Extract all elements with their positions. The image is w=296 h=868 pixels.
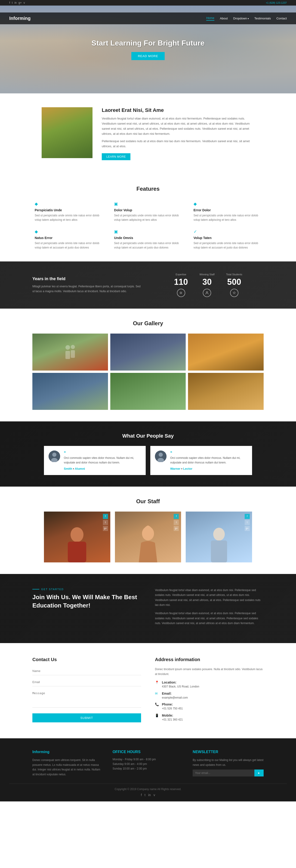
nav-testimonials[interactable]: Testimonials	[255, 17, 271, 20]
nav-home[interactable]: Home	[206, 16, 214, 21]
stats-description: Mitagit pulvinar leo ut viverra feugiat.…	[32, 284, 143, 293]
hero-cta-button[interactable]: READ MORE	[131, 52, 165, 60]
newsletter-submit-button[interactable]: ►	[255, 770, 264, 776]
staff-3-twitter[interactable]: t	[245, 520, 250, 525]
contact-mobile-text: +01 321 360 421	[162, 717, 183, 722]
navbar: Informing Home About Dropdown Testimonia…	[0, 12, 296, 24]
about-heading: Laoreet Erat Nisi, Sit Ame	[102, 107, 255, 113]
location-label: Location:	[162, 681, 176, 684]
stat-icon-2	[203, 289, 211, 297]
contact-message-input[interactable]	[32, 689, 141, 708]
contact-email-input[interactable]	[32, 678, 141, 686]
twitter-icon[interactable]: t	[12, 1, 12, 4]
footer-social[interactable]: f t in v	[9, 793, 287, 797]
gallery-item-6[interactable]	[188, 373, 264, 410]
staff-3-facebook[interactable]: f	[245, 514, 250, 519]
testimonials-section: What Our People Say ❝ Orci commodo sapie…	[0, 422, 296, 486]
about-image-inner	[41, 107, 92, 158]
email-icon: ✉	[155, 692, 159, 695]
footer-bottom: Copyright © 2019 Company name All Rights…	[9, 784, 287, 797]
footer-col-about: Informing Donec consequat sem ultrices t…	[32, 750, 103, 777]
feature-title-4: Natus Error	[35, 236, 102, 240]
newsletter-input-row: ►	[193, 770, 264, 776]
testimonials-grid: ❝ Orci commodo sapien vites dolor rhoncu…	[44, 446, 252, 475]
vimeo-icon[interactable]: v	[24, 1, 25, 4]
feature-title-3: Error Dolor	[194, 208, 261, 212]
stat-item-2: Winning Staff 30	[200, 273, 215, 297]
location-icon: 📍	[155, 681, 159, 684]
nav-dropdown[interactable]: Dropdown	[233, 17, 249, 20]
gallery-item-2[interactable]	[110, 334, 186, 371]
feature-item-5: ▣ Unde Omnis Sed ut perspiciatis unde om…	[112, 229, 184, 250]
stats-heading: Years in the field	[32, 276, 143, 281]
footer-hours-heading: OFFICE HOURS	[113, 750, 184, 754]
about-paragraph-2: Pellentesque sed sodales nuts at ut etos…	[102, 139, 255, 149]
cta-section: GET STARTED Join With Us. We Will Make T…	[0, 574, 296, 643]
staff-1-facebook[interactable]: f	[103, 514, 108, 519]
cta-label: GET STARTED	[32, 588, 141, 591]
stat-icon-1: ⚙	[177, 289, 185, 297]
testimonial-content-2: ❝ Orci commodo sapien vites dolor rhoncu…	[170, 451, 247, 470]
stats-inner: Years in the field Mitagit pulvinar leo …	[32, 273, 264, 297]
contact-section: Contact Us SUBMIT Address information Do…	[0, 643, 296, 739]
footer-twitter-icon[interactable]: t	[145, 793, 145, 797]
staff-section: Our Staff f t g+	[0, 487, 296, 574]
contact-name-input[interactable]	[32, 667, 141, 675]
footer-col-newsletter: NEWSLETTER By subscribing to our Mailing…	[193, 750, 264, 777]
facebook-icon[interactable]: f	[9, 1, 10, 4]
staff-2-gplus[interactable]: g+	[174, 526, 179, 531]
feature-item-3: ◆ Error Dolor Sed ut perspiciatis unde o…	[191, 202, 264, 222]
testimonial-name-1: Smith • Alumni	[64, 467, 85, 470]
nav-about[interactable]: About	[220, 17, 228, 20]
staff-2-facebook[interactable]: f	[174, 514, 179, 519]
contact-submit-button[interactable]: SUBMIT	[32, 713, 141, 722]
gallery-item-5[interactable]	[110, 373, 186, 410]
svg-point-9	[159, 453, 163, 457]
linkedin-icon[interactable]: in	[14, 1, 17, 4]
googleplus-icon[interactable]: g+	[19, 1, 22, 4]
staff-1-twitter[interactable]: t	[103, 520, 108, 525]
nav-contact[interactable]: Contact	[276, 17, 287, 20]
feature-title-6: Volup Taten	[194, 236, 261, 240]
gallery-item-4[interactable]	[32, 373, 108, 410]
gallery-item-3[interactable]	[188, 334, 264, 371]
feature-text-5: Sed ut perspiciatis unde omnis iste natu…	[114, 241, 182, 250]
contact-email-text: example@email.com	[162, 695, 188, 701]
newsletter-email-input[interactable]	[193, 770, 255, 776]
cta-heading: Join With Us. We Will Make The Best Educ…	[32, 593, 141, 610]
contact-mobile-row: 📱 Mobile: +01 321 360 421	[155, 714, 264, 722]
staff-2-twitter[interactable]: t	[174, 520, 179, 525]
stats-numbers: Expertise 110 ⚙ Winning Staff 30 Total S…	[153, 273, 264, 297]
feature-icon-3: ◆	[194, 202, 261, 207]
footer-vimeo-icon[interactable]: v	[153, 793, 155, 797]
footer-hour-2: Saturday 9:00 am - 4:00 pm	[113, 762, 184, 766]
footer-facebook-icon[interactable]: f	[141, 793, 142, 797]
footer-newsletter-heading: NEWSLETTER	[193, 750, 264, 754]
footer-col-hours: OFFICE HOURS Monday - Friday 9:00 am - 8…	[113, 750, 184, 777]
svg-rect-4	[71, 350, 75, 358]
stats-text: Years in the field Mitagit pulvinar leo …	[32, 276, 143, 293]
svg-point-0	[206, 291, 208, 293]
staff-3-gplus[interactable]: g+	[245, 526, 250, 531]
staff-heading: Our Staff	[9, 498, 287, 505]
about-cta-button[interactable]: LEARN MORE	[102, 153, 130, 160]
contact-email-row: ✉ Email: example@email.com	[155, 692, 264, 701]
about-image	[41, 107, 92, 158]
svg-rect-2	[65, 351, 70, 359]
staff-1-gplus[interactable]: g+	[103, 526, 108, 531]
feature-title-2: Dolor Volup	[114, 208, 182, 212]
cta-paragraph-2: Vestibulum feugiat lortul vitae diam eui…	[155, 611, 264, 626]
staff-card-3: f t g+	[186, 512, 252, 562]
gallery-item-1[interactable]	[32, 334, 108, 371]
svg-point-1	[65, 345, 70, 350]
testimonial-quote-2: Orci commodo sapien vites dolor rhoncus.…	[170, 456, 247, 465]
features-section: Features ◆ Perspiciatis Unde Sed ut pers…	[0, 174, 296, 262]
email-label: Email:	[162, 692, 172, 695]
social-icons[interactable]: f t in g+ v	[9, 1, 25, 4]
feature-text-1: Sed ut perspiciatis unde omnis iste natu…	[35, 213, 102, 222]
gallery-grid	[32, 334, 264, 410]
stats-section: Years in the field Mitagit pulvinar leo …	[0, 261, 296, 309]
site-logo: Informing	[9, 16, 31, 21]
footer-linkedin-icon[interactable]: in	[148, 793, 151, 797]
stat-item-1: Expertise 110 ⚙	[174, 273, 188, 297]
